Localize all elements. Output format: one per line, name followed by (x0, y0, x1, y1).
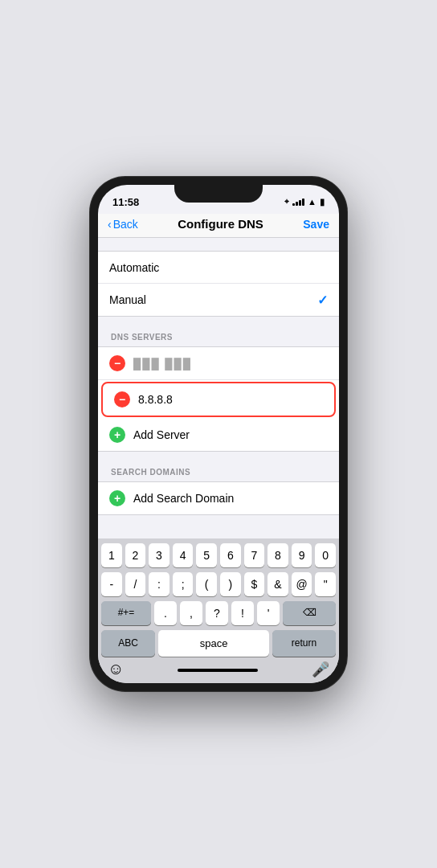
dns-ip-blurred: ███ ███ (133, 358, 192, 370)
save-button[interactable]: Save (303, 218, 329, 231)
key-8[interactable]: 8 (268, 543, 288, 567)
key-apostrophe[interactable]: ' (257, 601, 280, 625)
keyboard: 1 2 3 4 5 6 7 8 9 0 - / : ; ( ) $ & (98, 538, 339, 683)
remove-server-button-2[interactable]: − (114, 391, 130, 407)
key-2[interactable]: 2 (125, 543, 146, 567)
keyboard-row-3: #+= . , ? ! ' ⌫ (101, 601, 336, 625)
status-icons: ⌖ ▲ ▮ (284, 197, 325, 207)
key-0[interactable]: 0 (315, 543, 336, 567)
status-time: 11:58 (112, 196, 139, 208)
back-label: Back (113, 218, 138, 231)
key-rparen[interactable]: ) (220, 572, 241, 596)
key-symbols[interactable]: #+= (101, 601, 151, 625)
mode-list: Automatic Manual ✓ (98, 251, 339, 317)
wifi-icon: ▲ (308, 197, 317, 207)
keyboard-bottom-row: ABC space return (101, 630, 336, 657)
add-server-icon: + (109, 427, 125, 443)
keyboard-emoji-row: ☺ 🎤 (101, 658, 336, 680)
mode-section: Automatic Manual ✓ (98, 251, 339, 317)
dns-section: DNS SERVERS − ███ ███ − 8.8.8.8 + (98, 333, 339, 452)
key-3[interactable]: 3 (149, 543, 169, 567)
phone-frame: 11:58 ⌖ ▲ ▮ ‹ Back Configure DNS Save (90, 177, 347, 691)
notch (174, 185, 263, 203)
key-at[interactable]: @ (292, 572, 312, 596)
automatic-option: Automatic (109, 261, 328, 274)
key-dollar[interactable]: $ (244, 572, 265, 596)
add-search-domain-row[interactable]: + Add Search Domain (98, 482, 339, 514)
key-comma[interactable]: , (180, 601, 202, 625)
key-period[interactable]: . (154, 601, 177, 625)
page-title: Configure DNS (178, 217, 263, 231)
key-slash[interactable]: / (125, 572, 146, 596)
emoji-key[interactable]: ☺ (108, 660, 124, 678)
search-domains-header: SEARCH DOMAINS (98, 468, 339, 481)
list-item[interactable]: Manual ✓ (98, 284, 339, 316)
content-area: Automatic Manual ✓ DNS SERVERS − ███ ███ (98, 238, 339, 538)
dns-ip-input[interactable]: 8.8.8.8 (138, 393, 323, 406)
add-search-domain-label: Add Search Domain (133, 492, 328, 505)
dns-server-row[interactable]: − ███ ███ (98, 347, 339, 380)
manual-option: Manual (109, 293, 317, 306)
nav-bar: ‹ Back Configure DNS Save (98, 214, 339, 238)
mic-key[interactable]: 🎤 (312, 661, 329, 678)
add-server-row[interactable]: + Add Server (98, 419, 339, 451)
chevron-left-icon: ‹ (108, 218, 112, 231)
return-key[interactable]: return (272, 630, 336, 657)
checkmark-icon: ✓ (317, 293, 328, 308)
signal-icon (292, 198, 304, 206)
search-domains-list: + Add Search Domain (98, 481, 339, 515)
remove-server-button[interactable]: − (109, 355, 125, 371)
dns-server-row-active[interactable]: − 8.8.8.8 (101, 382, 336, 417)
key-1[interactable]: 1 (101, 543, 122, 567)
key-5[interactable]: 5 (196, 543, 217, 567)
key-exclaim[interactable]: ! (231, 601, 254, 625)
key-9[interactable]: 9 (292, 543, 312, 567)
list-item[interactable]: Automatic (98, 252, 339, 284)
add-search-domain-icon: + (109, 490, 125, 506)
key-dash[interactable]: - (101, 572, 122, 596)
key-quote[interactable]: " (315, 572, 336, 596)
key-question[interactable]: ? (206, 601, 228, 625)
back-button[interactable]: ‹ Back (108, 218, 138, 231)
key-ampersand[interactable]: & (268, 572, 288, 596)
abc-key[interactable]: ABC (101, 630, 155, 657)
key-7[interactable]: 7 (244, 543, 265, 567)
dns-list: − ███ ███ − 8.8.8.8 + Add Server (98, 346, 339, 452)
add-server-label: Add Server (133, 428, 328, 441)
keyboard-row-1: 1 2 3 4 5 6 7 8 9 0 (101, 543, 336, 567)
key-6[interactable]: 6 (220, 543, 241, 567)
key-semicolon[interactable]: ; (173, 572, 194, 596)
battery-icon: ▮ (320, 197, 325, 207)
location-icon: ⌖ (284, 197, 289, 207)
phone-screen: 11:58 ⌖ ▲ ▮ ‹ Back Configure DNS Save (98, 185, 339, 683)
space-key[interactable]: space (158, 630, 269, 657)
home-indicator (178, 669, 258, 672)
backspace-key[interactable]: ⌫ (283, 601, 336, 625)
key-4[interactable]: 4 (173, 543, 194, 567)
search-domains-section: SEARCH DOMAINS + Add Search Domain (98, 468, 339, 515)
dns-section-header: DNS SERVERS (98, 333, 339, 346)
keyboard-row-2: - / : ; ( ) $ & @ " (101, 572, 336, 596)
key-lparen[interactable]: ( (196, 572, 217, 596)
key-colon[interactable]: : (149, 572, 169, 596)
